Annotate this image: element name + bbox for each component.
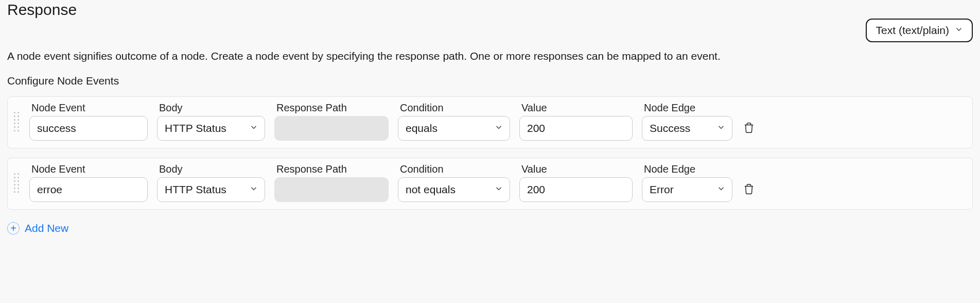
condition-label: Condition [398, 163, 510, 175]
trash-icon [743, 122, 755, 133]
condition-value: not equals [406, 183, 456, 196]
response-path-label: Response Path [274, 102, 389, 114]
node-edge-label: Node Edge [642, 163, 732, 175]
node-edge-select[interactable]: Success [642, 116, 732, 141]
node-event-value: erroe [37, 183, 62, 196]
condition-select[interactable]: equals [398, 116, 510, 141]
body-select[interactable]: HTTP Status [157, 116, 265, 141]
condition-label: Condition [398, 102, 510, 114]
node-edge-label: Node Edge [642, 102, 732, 114]
value-text: 200 [527, 183, 545, 196]
value-label: Value [519, 102, 633, 114]
node-event-input[interactable]: erroe [29, 177, 148, 202]
description-text: A node event signifies outcome of a node… [7, 48, 973, 63]
chevron-down-icon [494, 183, 503, 196]
drag-handle-icon[interactable] [13, 112, 20, 131]
delete-row-button[interactable] [742, 182, 756, 196]
chevron-down-icon [954, 24, 964, 37]
event-row: Node Event erroe Body HTTP Status Respon… [7, 158, 973, 210]
node-edge-select[interactable]: Error [642, 177, 732, 202]
response-type-select[interactable]: Text (text/plain) [866, 19, 973, 42]
plus-icon: + [7, 222, 20, 234]
drag-handle-icon[interactable] [13, 173, 20, 193]
body-label: Body [157, 102, 265, 114]
add-new-label: Add New [25, 222, 68, 234]
condition-select[interactable]: not equals [398, 177, 510, 202]
value-input[interactable]: 200 [519, 177, 633, 202]
configure-subheader: Configure Node Events [7, 75, 973, 87]
trash-icon [743, 183, 755, 195]
node-event-input[interactable]: success [29, 116, 148, 141]
body-select[interactable]: HTTP Status [157, 177, 265, 202]
chevron-down-icon [249, 183, 258, 196]
chevron-down-icon [494, 122, 503, 134]
delete-row-button[interactable] [742, 121, 756, 135]
chevron-down-icon [716, 122, 726, 134]
response-path-input [274, 116, 389, 141]
node-edge-value: Success [650, 122, 690, 134]
response-path-label: Response Path [274, 163, 389, 175]
node-event-value: success [37, 122, 76, 134]
node-event-label: Node Event [29, 163, 148, 175]
condition-value: equals [406, 122, 437, 134]
value-input[interactable]: 200 [519, 116, 633, 141]
value-text: 200 [527, 122, 545, 134]
value-label: Value [519, 163, 633, 175]
chevron-down-icon [249, 122, 258, 134]
body-value: HTTP Status [165, 183, 226, 196]
body-label: Body [157, 163, 265, 175]
page-title: Response [7, 1, 77, 19]
event-row: Node Event success Body HTTP Status Resp… [7, 96, 973, 148]
node-event-label: Node Event [29, 102, 148, 114]
add-new-button[interactable]: + Add New [7, 222, 68, 234]
response-type-value: Text (text/plain) [876, 24, 949, 37]
body-value: HTTP Status [165, 122, 226, 134]
response-path-input [274, 177, 389, 202]
node-edge-value: Error [650, 183, 674, 196]
chevron-down-icon [716, 183, 726, 196]
